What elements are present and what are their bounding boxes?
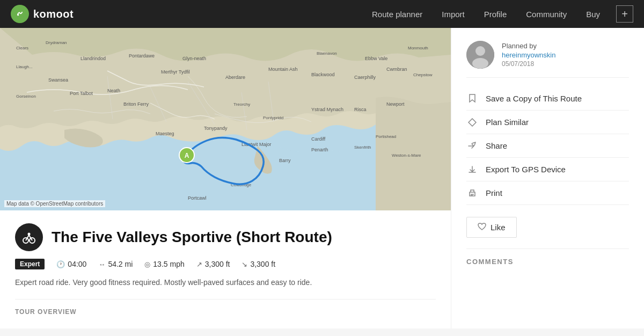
avatar <box>466 41 494 69</box>
logo-text: komoot <box>33 8 74 20</box>
svg-text:Cardiff: Cardiff <box>311 136 326 142</box>
download-icon <box>466 165 478 174</box>
stat-time-value: 04:00 <box>68 260 86 268</box>
svg-point-1 <box>17 14 19 16</box>
stat-time: 🕐 04:00 <box>56 260 86 268</box>
action-print-label: Print <box>486 188 502 198</box>
svg-text:Caerphilly: Caerphilly <box>354 75 376 80</box>
elevation-up-icon: ↗ <box>196 260 202 268</box>
bookmark-icon <box>466 93 478 103</box>
svg-text:Blackwood: Blackwood <box>311 72 335 77</box>
nav-links: Route planner Import Profile Community B… <box>372 10 600 19</box>
action-export-gps[interactable]: Export To GPS Device <box>466 158 629 181</box>
planner-date: 05/07/2018 <box>502 60 555 68</box>
map-tiles: Swansea Merthyr Tydfil Aberdare Mountain… <box>0 28 451 210</box>
diamond-icon <box>466 118 478 127</box>
svg-text:Maesteg: Maesteg <box>156 131 174 136</box>
action-save-copy-label: Save a Copy of This Route <box>486 94 582 103</box>
print-icon <box>466 189 478 198</box>
svg-text:Skenfrith: Skenfrith <box>354 145 371 150</box>
svg-text:Neath: Neath <box>107 88 120 93</box>
stat-speed-value: 13.5 mph <box>153 260 184 268</box>
svg-text:Swansea: Swansea <box>48 77 68 83</box>
action-share-label: Share <box>486 141 507 150</box>
comments-heading: COMMENTS <box>466 249 629 266</box>
share-icon <box>466 142 478 150</box>
planner-row: Planned by hereinmyownskin 05/07/2018 <box>466 41 629 78</box>
svg-text:Portcawl: Portcawl <box>188 195 207 201</box>
like-button[interactable]: Like <box>466 217 517 238</box>
planner-name[interactable]: hereinmyownskin <box>502 51 555 59</box>
svg-text:Aberdare: Aberdare <box>225 75 245 80</box>
svg-text:Briton Ferry: Briton Ferry <box>123 101 149 107</box>
map-svg: Swansea Merthyr Tydfil Aberdare Mountain… <box>0 28 451 210</box>
svg-point-52 <box>472 58 488 69</box>
route-title-row: The Five Valleys Sportive (Short Route) <box>15 223 436 251</box>
stat-distance: ↔ 54.2 mi <box>98 260 133 268</box>
svg-point-0 <box>16 10 25 19</box>
tour-overview-heading: TOUR OVERVIEW <box>15 299 436 316</box>
logo-icon <box>11 5 29 23</box>
svg-text:Penarth: Penarth <box>311 147 328 152</box>
svg-text:Pontypridd: Pontypridd <box>263 115 283 120</box>
stat-speed: ◎ 13.5 mph <box>144 260 184 268</box>
route-description: Expert road ride. Very good fitness requ… <box>15 277 436 288</box>
action-save-copy[interactable]: Save a Copy of This Route <box>466 86 629 111</box>
map-container[interactable]: Swansea Merthyr Tydfil Aberdare Mountain… <box>0 28 451 210</box>
svg-text:Clears: Clears <box>16 46 28 50</box>
svg-text:Risca: Risca <box>354 107 367 112</box>
avatar-image <box>466 41 494 69</box>
svg-text:Ebbw Vale: Ebbw Vale <box>365 56 387 61</box>
svg-text:Port Talbot: Port Talbot <box>70 91 93 96</box>
stat-elevation-down: ↘ 3,300 ft <box>241 260 275 268</box>
svg-text:Barry: Barry <box>279 158 291 163</box>
svg-text:Weston-s-Mare: Weston-s-Mare <box>392 153 421 158</box>
stat-elevation-up: ↗ 3,300 ft <box>196 260 230 268</box>
svg-text:Mountain Ash: Mountain Ash <box>268 67 298 72</box>
svg-text:Glyn-neath: Glyn-neath <box>182 56 206 61</box>
route-stats-row: Expert 🕐 04:00 ↔ 54.2 mi ◎ 13.5 mph ↗ 3,… <box>15 259 436 269</box>
action-list: Save a Copy of This Route Plan Similar <box>466 86 629 205</box>
action-share[interactable]: Share <box>466 134 629 158</box>
svg-text:Drydraman: Drydraman <box>46 40 67 45</box>
nav-route-planner[interactable]: Route planner <box>372 10 422 19</box>
svg-text:Newport: Newport <box>386 101 405 107</box>
navbar: komoot Route planner Import Profile Comm… <box>0 0 644 28</box>
svg-text:Llaugh...: Llaugh... <box>16 64 33 69</box>
planner-info: Planned by hereinmyownskin 05/07/2018 <box>502 42 555 68</box>
add-button[interactable]: + <box>616 5 633 23</box>
action-print[interactable]: Print <box>466 181 629 205</box>
svg-text:A: A <box>185 152 189 159</box>
clock-icon: 🕐 <box>56 260 65 268</box>
route-card: The Five Valleys Sportive (Short Route) … <box>0 210 451 328</box>
svg-text:Blaenavon: Blaenavon <box>317 51 337 56</box>
main-content: Swansea Merthyr Tydfil Aberdare Mountain… <box>0 28 644 328</box>
stat-distance-value: 54.2 mi <box>108 260 133 268</box>
heart-icon <box>478 223 486 232</box>
left-column: Swansea Merthyr Tydfil Aberdare Mountain… <box>0 28 451 328</box>
action-plan-similar[interactable]: Plan Similar <box>466 111 629 134</box>
svg-text:Portishead: Portishead <box>376 134 396 139</box>
nav-community[interactable]: Community <box>526 10 567 19</box>
logo[interactable]: komoot <box>11 5 74 23</box>
svg-text:Ystrad Mynach: Ystrad Mynach <box>311 107 343 112</box>
svg-text:Monmouth: Monmouth <box>408 46 428 50</box>
svg-text:Chepstow: Chepstow <box>413 72 433 77</box>
elevation-down-icon: ↘ <box>241 260 247 268</box>
map-credit: Map data © OpenStreetMap contributors <box>4 200 105 207</box>
svg-text:Tonypandy: Tonypandy <box>204 126 228 131</box>
stat-elevation-down-value: 3,300 ft <box>250 260 275 268</box>
svg-point-51 <box>475 46 485 56</box>
svg-text:Llandrindod: Llandrindod <box>80 56 106 61</box>
svg-text:Gorseinon: Gorseinon <box>16 94 36 99</box>
action-plan-similar-label: Plan Similar <box>486 118 529 127</box>
svg-text:Merthyr Tydfil: Merthyr Tydfil <box>161 69 190 75</box>
planner-label: Planned by <box>502 42 555 50</box>
nav-buy[interactable]: Buy <box>586 10 600 19</box>
action-export-gps-label: Export To GPS Device <box>486 165 566 174</box>
difficulty-badge: Expert <box>15 259 45 269</box>
svg-text:Pontardawe: Pontardawe <box>129 53 155 59</box>
nav-profile[interactable]: Profile <box>484 10 507 19</box>
nav-import[interactable]: Import <box>442 10 465 19</box>
svg-text:Treorchy: Treorchy <box>233 102 250 107</box>
